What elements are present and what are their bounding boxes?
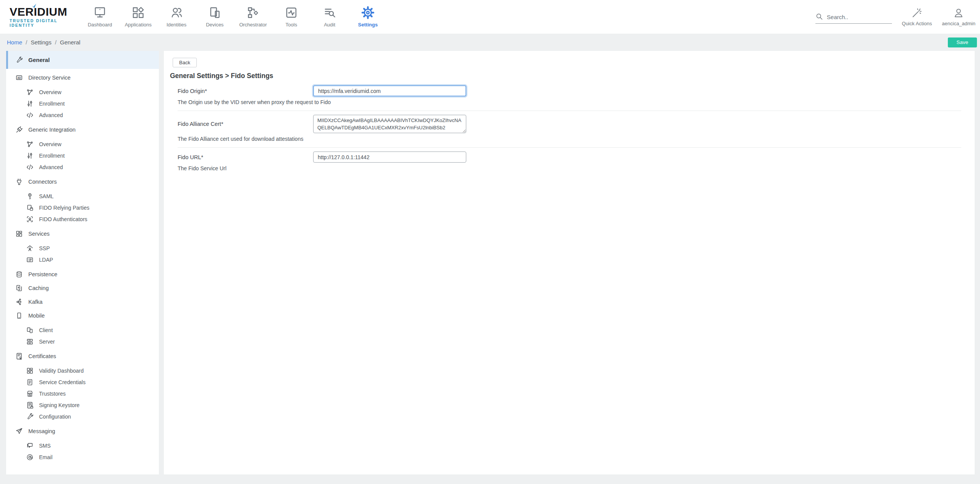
breadcrumb-bar: Home/Settings/General Save xyxy=(0,34,980,51)
sidebar-item-label: Overview xyxy=(39,89,61,95)
sidebar-item-fido-authenticators[interactable]: FIDO Authenticators xyxy=(6,213,159,225)
face-scan-icon xyxy=(26,215,34,223)
user-menu[interactable]: aencica_admin xyxy=(942,7,975,26)
sidebar-item-kafka[interactable]: Kafka xyxy=(6,297,159,307)
home-user-icon xyxy=(26,244,34,252)
sidebar-item-label: Overview xyxy=(39,141,61,147)
sidebar-item-generic-integration[interactable]: Generic Integration xyxy=(6,125,159,135)
sidebar-item-connectors[interactable]: Connectors xyxy=(6,177,159,187)
nav-item-audit[interactable]: Audit xyxy=(310,0,349,34)
sidebar-item-general[interactable]: General xyxy=(6,51,159,69)
nav-item-tools[interactable]: Tools xyxy=(272,0,310,34)
nav-label: Orchestrator xyxy=(239,22,267,28)
fido-url-input[interactable] xyxy=(313,152,466,163)
magic-wand-icon xyxy=(911,7,923,19)
breadcrumb-item-settings: Settings xyxy=(31,39,51,46)
breadcrumb-item-home[interactable]: Home xyxy=(7,39,22,46)
sidebar-item-service-credentials[interactable]: Service Credentials xyxy=(6,376,159,388)
sidebar-item-overview[interactable]: Overview xyxy=(6,139,159,150)
sidebar-item-label: Services xyxy=(28,231,50,237)
grid-icon xyxy=(15,230,23,238)
code-icon xyxy=(26,163,34,171)
sidebar-item-configuration[interactable]: Configuration xyxy=(6,411,159,422)
sidebar-item-mobile[interactable]: Mobile xyxy=(6,311,159,321)
sidebar-item-ldap[interactable]: LDAP xyxy=(6,254,159,266)
search-icon[interactable] xyxy=(815,13,823,20)
topbar: VERIDIUM TRUSTED DIGITAL IDENTITY Dashbo… xyxy=(0,0,980,34)
nav-label: Applications xyxy=(125,22,152,28)
nav-item-applications[interactable]: Applications xyxy=(119,0,157,34)
fido-alliance-cert-label: Fido Alliance Cert* xyxy=(178,121,313,127)
wrench-icon xyxy=(26,413,34,420)
sidebar-item-persistence[interactable]: Persistence xyxy=(6,269,159,279)
sidebar-item-label: SAML xyxy=(39,193,54,199)
sidebar-item-validity-dashboard[interactable]: Validity Dashboard xyxy=(6,365,159,376)
nav-label: Tools xyxy=(286,22,297,28)
sidebar-item-server[interactable]: Server xyxy=(6,336,159,347)
sidebar-item-caching[interactable]: Caching xyxy=(6,283,159,293)
sidebar-item-sms[interactable]: SMS xyxy=(6,440,159,451)
sidebar-item-label: Persistence xyxy=(28,271,57,277)
server-icon xyxy=(26,338,34,345)
sidebar-item-fido-relying-parties[interactable]: FIDO Relying Parties xyxy=(6,202,159,213)
sidebar-item-signing-keystore[interactable]: Signing Keystore xyxy=(6,399,159,411)
breadcrumb-item-general: General xyxy=(60,39,80,46)
nav-item-dashboard[interactable]: Dashboard xyxy=(81,0,119,34)
audit-icon xyxy=(323,6,336,20)
nav-item-identities[interactable]: Identities xyxy=(157,0,196,34)
page-title: General Settings > Fido Settings xyxy=(170,72,969,80)
sidebar-item-directory-service[interactable]: ADDirectory Service xyxy=(6,73,159,83)
nav-item-devices[interactable]: Devices xyxy=(196,0,234,34)
fido-alliance-cert-input[interactable] xyxy=(313,115,466,133)
sidebar-item-client[interactable]: Client xyxy=(6,324,159,336)
nav-item-orchestrator[interactable]: Orchestrator xyxy=(234,0,272,34)
main-panel: Back General Settings > Fido Settings Fi… xyxy=(164,51,975,474)
search-box xyxy=(815,13,892,24)
topbar-right: Quick Actions aencica_admin xyxy=(815,0,980,34)
nav-item-settings[interactable]: Settings xyxy=(349,0,387,34)
sidebar-item-label: Messaging xyxy=(28,428,55,434)
fido-origin-input[interactable] xyxy=(313,85,466,96)
quick-actions-button[interactable]: Quick Actions xyxy=(902,7,932,26)
brand-tagline: TRUSTED DIGITAL IDENTITY xyxy=(10,18,74,28)
sms-icon xyxy=(26,442,34,450)
sidebar-item-services[interactable]: Services xyxy=(6,229,159,239)
sidebar-item-overview[interactable]: Overview xyxy=(6,86,159,98)
back-button[interactable]: Back xyxy=(173,58,197,67)
sidebar-item-enrollment[interactable]: Enrollment xyxy=(6,150,159,161)
field-row-fido-alliance-cert: Fido Alliance Cert*The Fido Alliance cer… xyxy=(178,111,961,148)
breadcrumb-separator: / xyxy=(26,39,27,46)
orchestrator-icon xyxy=(246,6,260,20)
sidebar-item-label: FIDO Relying Parties xyxy=(39,205,89,211)
sidebar-item-messaging[interactable]: Messaging xyxy=(6,426,159,436)
sidebar-item-label: LDAP xyxy=(39,257,53,263)
sidebar-item-truststores[interactable]: Truststores xyxy=(6,388,159,399)
sidebar-item-label: Validity Dashboard xyxy=(39,368,83,374)
search-input[interactable] xyxy=(827,14,884,20)
field-row-fido-origin: Fido Origin*The Origin use by the VID se… xyxy=(178,81,961,111)
sidebar-item-label: Generic Integration xyxy=(28,127,75,133)
sidebar-item-saml[interactable]: SAML xyxy=(6,191,159,202)
kafka-icon xyxy=(15,298,23,306)
sidebar-item-label: Enrollment xyxy=(39,101,65,107)
svg-text:AD: AD xyxy=(17,77,21,79)
brand-name: VERIDIUM xyxy=(10,6,74,18)
sidebar-item-advanced[interactable]: Advanced xyxy=(6,161,159,173)
sidebar-item-label: Service Credentials xyxy=(39,379,85,385)
user-icon xyxy=(953,7,964,19)
save-button[interactable]: Save xyxy=(948,37,977,47)
field-row-fido-url: Fido URL*The Fido Service Url xyxy=(178,148,961,177)
sidebar-item-advanced[interactable]: Advanced xyxy=(6,109,159,121)
sidebar-item-label: Configuration xyxy=(39,414,71,420)
sidebar-item-email[interactable]: Email xyxy=(6,451,159,463)
fido-origin-label: Fido Origin* xyxy=(178,88,313,94)
brand-logo[interactable]: VERIDIUM TRUSTED DIGITAL IDENTITY xyxy=(10,0,74,34)
fido-alliance-cert-description: The Fido Alliance cert used for download… xyxy=(178,136,466,142)
sidebar-item-ssp[interactable]: SSP xyxy=(6,243,159,254)
sidebar-item-label: SMS xyxy=(39,443,51,449)
sidebar-item-enrollment[interactable]: Enrollment xyxy=(6,98,159,109)
sidebar: GeneralADDirectory ServiceOverviewEnroll… xyxy=(6,51,159,474)
sidebar-item-certificates[interactable]: Certificates xyxy=(6,351,159,361)
database-icon xyxy=(15,271,23,278)
nav-label: Devices xyxy=(206,22,224,28)
